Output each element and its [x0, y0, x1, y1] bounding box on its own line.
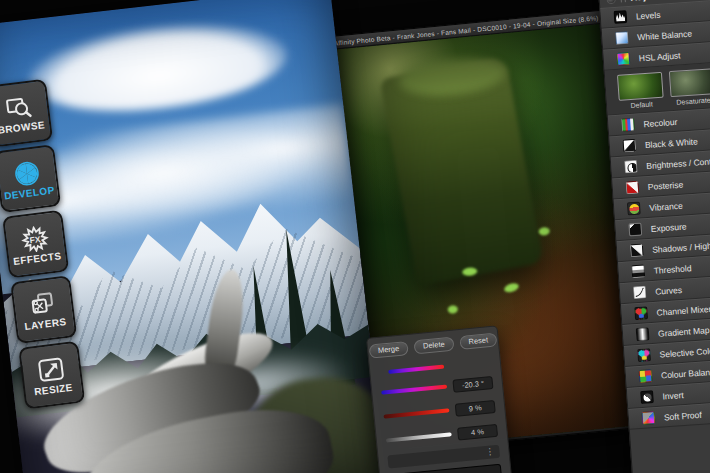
adjustment-label: Shadows / Highlights [652, 239, 710, 255]
adjustment-label: White Balance [637, 28, 692, 42]
threshold-icon [631, 264, 645, 278]
adjustment-label: Brightness / Contrast [646, 155, 710, 171]
layers-icon [28, 290, 59, 319]
kebab-menu-icon[interactable]: ⋮ [485, 445, 495, 459]
panel-knob-icon[interactable] [606, 0, 616, 4]
toolbar-button-browse[interactable]: BROWSE [0, 79, 53, 148]
adjustment-label: Soft Proof [664, 409, 702, 422]
adjustment-label: Curves [655, 284, 683, 296]
adjustment-label: Invert [662, 390, 684, 401]
toolbar-button-effects[interactable]: FXEFFECTS [2, 210, 69, 279]
white-balance-icon [615, 31, 629, 45]
hsl-presets-strip: DefaultDesaturate [605, 61, 710, 115]
hsl-adjust-icon [616, 52, 630, 66]
adjustment-label: Recolour [643, 116, 678, 128]
posterise-icon [625, 181, 639, 195]
adjustment-label: Channel Mixer [656, 303, 710, 317]
hsl-slider-rows: -20.3 °9 %4 % [379, 353, 499, 452]
saturation-shift-slider[interactable] [383, 408, 449, 418]
colour-balance-icon [639, 369, 653, 383]
toolbar-button-develop[interactable]: DEVELOP [0, 144, 61, 213]
delete-button[interactable]: Delete [413, 337, 454, 355]
luminosity-shift-slider[interactable] [386, 432, 452, 442]
adjustment-label: Threshold [653, 263, 691, 276]
soft-proof-icon [642, 411, 656, 425]
toolbar-label: EFFECTS [13, 250, 62, 267]
preset-label: Default [619, 100, 664, 110]
adjustment-label: Selective Colour [659, 345, 710, 359]
adjustment-label: Posterise [647, 179, 683, 191]
black-white-icon [622, 139, 636, 153]
recolour-icon [621, 118, 635, 132]
preset-label: Desaturate [671, 96, 710, 106]
adjustment-label: Colour Balance [661, 366, 710, 380]
toolbar-button-resize[interactable]: RESIZE [18, 341, 85, 410]
hsl-adjustment-dialog: MergeDeleteReset -20.3 °9 %4 % ⋮ Normal [366, 325, 513, 473]
hue-shift-slider[interactable] [381, 384, 447, 394]
adjustment-label: Levels [636, 9, 661, 21]
merge-button[interactable]: Merge [368, 341, 408, 359]
exposure-icon [628, 223, 642, 237]
preset-thumbnail [617, 72, 664, 101]
app-background: Affinity Photo Beta - Frank Jones - Fans… [0, 0, 710, 473]
toolbar-label: DEVELOP [4, 184, 56, 201]
adjustment-label: Exposure [650, 221, 687, 233]
hue-shift-value[interactable]: -20.3 ° [452, 376, 493, 393]
gradient-map-icon [636, 327, 650, 341]
levels-icon [614, 10, 628, 24]
preset-default[interactable]: Default [617, 72, 664, 110]
hue-range-slider[interactable] [388, 364, 444, 373]
invert-icon [640, 390, 654, 404]
preset-desaturate[interactable]: Desaturate [669, 68, 710, 106]
luminosity-shift-value[interactable]: 4 % [457, 423, 498, 440]
selective-colour-icon [637, 348, 651, 362]
resize-icon [36, 356, 67, 385]
adjustment-label: Vibrance [649, 200, 683, 212]
panel-grip-icon[interactable] [620, 0, 626, 2]
develop-icon [12, 159, 43, 188]
browse-icon [3, 94, 34, 123]
effects-icon: FX [20, 225, 51, 254]
adjustment-label: Gradient Map [658, 325, 710, 339]
reset-button[interactable]: Reset [459, 332, 498, 350]
saturation-shift-value[interactable]: 9 % [455, 399, 496, 416]
curves-icon [633, 285, 647, 299]
adjustment-label: Black & White [645, 136, 698, 150]
channel-mixer-icon [634, 306, 648, 320]
vibrance-icon [627, 202, 641, 216]
toolbar-button-layers[interactable]: LAYERS [10, 275, 77, 344]
brightness-contrast-icon [624, 160, 638, 174]
preset-thumbnail [669, 68, 710, 97]
svg-text:FX: FX [29, 234, 41, 245]
shadows-highlights-icon [630, 243, 644, 257]
adjustment-label: HSL Adjust [638, 50, 680, 63]
